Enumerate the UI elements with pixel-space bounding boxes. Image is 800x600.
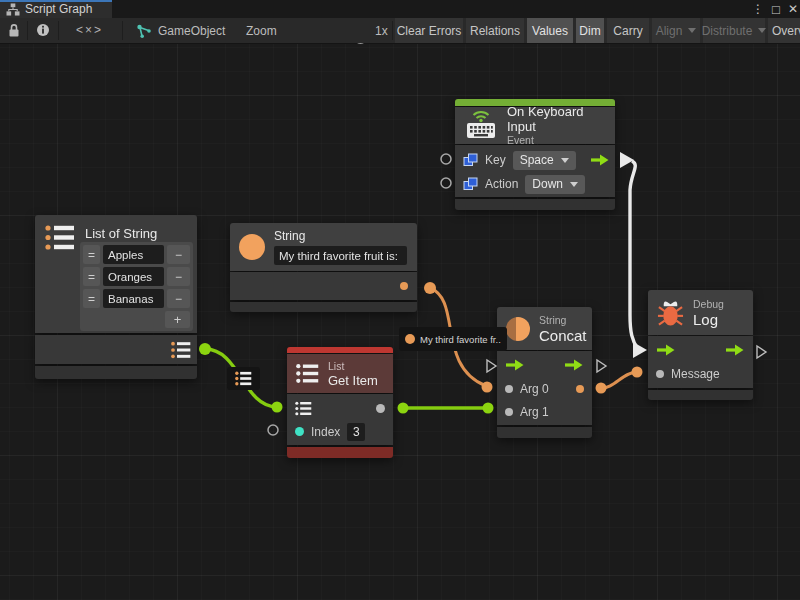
- list-item-row: = Bananas −: [83, 289, 190, 308]
- tab-bar: Script Graph ⋮ □ ✕: [0, 0, 800, 18]
- clear-errors-button[interactable]: Clear Errors: [395, 18, 463, 43]
- code-view-icon[interactable]: <×>: [76, 23, 103, 37]
- flow-input-arrow-icon[interactable]: [505, 358, 525, 372]
- node-footer: [455, 199, 615, 210]
- toolbar-separator: [122, 21, 123, 40]
- flow-input-arrow-icon[interactable]: [656, 343, 676, 357]
- concat-node[interactable]: String Concat: [497, 307, 592, 438]
- window-menu-icon[interactable]: ⋮: [750, 1, 766, 17]
- zoom-label: Zoom: [246, 24, 277, 38]
- string-value-badge: My third favorite fr...: [399, 327, 507, 351]
- remove-item-button[interactable]: −: [167, 289, 190, 308]
- list-output-port-icon[interactable]: [171, 341, 191, 359]
- string-value-input[interactable]: My third favorite fruit is:: [274, 246, 407, 265]
- error-color-strip: [287, 347, 393, 353]
- action-binding-icon: [463, 177, 478, 191]
- key-port-label: Key: [485, 153, 506, 167]
- string-output-port[interactable]: [400, 282, 408, 290]
- list-of-string-node[interactable]: List of String = Apples − = Oranges − = …: [35, 215, 197, 379]
- drag-handle[interactable]: =: [83, 289, 100, 308]
- arg0-port-label: Arg 0: [520, 382, 549, 396]
- keyboard-event-icon: [464, 111, 498, 140]
- index-value-input[interactable]: 3: [347, 423, 365, 441]
- graph-toolbar: <×> GameObject Zoom 1x Clear Errors Rela…: [0, 18, 800, 44]
- list-item-row: = Oranges −: [83, 267, 190, 286]
- remove-item-button[interactable]: −: [167, 245, 190, 264]
- node-category: List: [328, 360, 378, 373]
- relations-button[interactable]: Relations: [466, 18, 524, 43]
- list-item-row: = Apples −: [83, 245, 190, 264]
- gameobject-graph-icon: [136, 24, 152, 39]
- values-button[interactable]: Values: [527, 18, 573, 43]
- node-title: Concat: [539, 327, 587, 344]
- node-footer: [497, 427, 592, 438]
- list-value-icon: [235, 371, 252, 386]
- item-output-port[interactable]: [376, 404, 385, 413]
- key-binding-icon: [463, 153, 478, 167]
- node-title: List of String: [85, 226, 157, 241]
- align-dropdown-button[interactable]: Align: [652, 18, 700, 43]
- tab-title: Script Graph: [25, 2, 92, 16]
- tab-active-indicator: [0, 0, 112, 2]
- debug-bug-icon: [657, 297, 684, 328]
- list-type-icon: [45, 224, 75, 251]
- string-type-icon: [239, 234, 265, 260]
- list-input-port-icon[interactable]: [295, 401, 312, 416]
- arg1-port-label: Arg 1: [520, 405, 549, 419]
- node-title: Log: [693, 311, 724, 328]
- on-keyboard-input-node[interactable]: On Keyboard Input Event Key Space: [455, 99, 615, 210]
- list-item-input[interactable]: Apples: [103, 245, 164, 264]
- action-port-label: Action: [485, 177, 518, 191]
- window-close-icon[interactable]: ✕: [785, 1, 800, 17]
- string-literal-node[interactable]: String My third favorite fruit is:: [230, 223, 417, 312]
- message-port-label: Message: [671, 367, 720, 381]
- index-input-port[interactable]: [295, 427, 304, 436]
- drag-handle[interactable]: =: [83, 245, 100, 264]
- debug-log-node[interactable]: Debug Log: [648, 290, 753, 400]
- list-items-editor: = Apples − = Oranges − = Bananas − +: [80, 242, 193, 331]
- toolbar-separator: [27, 21, 28, 40]
- node-subtitle: Event: [507, 134, 606, 147]
- node-footer: [648, 390, 753, 400]
- drag-handle[interactable]: =: [83, 267, 100, 286]
- dim-button[interactable]: Dim: [576, 18, 604, 43]
- node-footer: [35, 366, 197, 379]
- toolbar-separator: [392, 21, 393, 40]
- lock-icon[interactable]: [8, 23, 20, 38]
- key-value-dropdown[interactable]: Space: [513, 151, 576, 170]
- message-input-port[interactable]: [656, 370, 664, 378]
- list-value-badge: [227, 367, 260, 390]
- string-value-dot: [405, 334, 415, 344]
- node-title: Get Item: [328, 373, 378, 388]
- node-category: String: [539, 314, 587, 327]
- node-title: On Keyboard Input: [507, 104, 606, 134]
- list-icon: [296, 363, 319, 384]
- flow-output-arrow-icon[interactable]: [725, 343, 745, 357]
- remove-item-button[interactable]: −: [167, 267, 190, 286]
- flow-output-arrow-icon[interactable]: [590, 153, 610, 167]
- arg1-input-port[interactable]: [505, 408, 513, 416]
- index-port-label: Index: [311, 425, 340, 439]
- action-value-dropdown[interactable]: Down: [525, 175, 585, 194]
- distribute-dropdown-button[interactable]: Distribute: [703, 18, 765, 43]
- node-error-footer: [287, 447, 393, 458]
- flow-output-arrow-icon[interactable]: [564, 358, 584, 372]
- string-value-text: My third favorite fr...: [420, 334, 501, 345]
- result-output-port[interactable]: [576, 385, 584, 393]
- carry-button[interactable]: Carry: [607, 18, 649, 43]
- list-item-input[interactable]: Bananas: [103, 289, 164, 308]
- info-icon[interactable]: [36, 23, 50, 37]
- toolbar-separator: [58, 21, 59, 40]
- zoom-value: 1x: [375, 24, 388, 38]
- window-maximize-icon[interactable]: □: [768, 1, 784, 17]
- unity-script-graph-window: Script Graph ⋮ □ ✕ <×>: [0, 0, 800, 600]
- graph-tab-icon: [6, 3, 20, 16]
- arg0-input-port[interactable]: [505, 385, 513, 393]
- get-item-node[interactable]: List Get Item Index 3: [287, 347, 393, 458]
- list-item-input[interactable]: Oranges: [103, 267, 164, 286]
- node-title: String: [274, 229, 408, 244]
- string-type-icon: [506, 317, 530, 341]
- add-item-button[interactable]: +: [165, 311, 190, 328]
- tab-script-graph[interactable]: Script Graph: [0, 0, 112, 18]
- overview-button[interactable]: Overview: [768, 18, 800, 43]
